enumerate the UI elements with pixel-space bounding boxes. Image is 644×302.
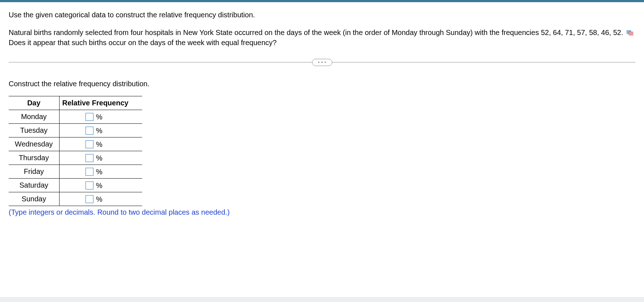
relative-freq-cell: % bbox=[59, 137, 142, 151]
question-content: Use the given categorical data to constr… bbox=[0, 2, 644, 245]
percent-label: % bbox=[96, 181, 102, 189]
answer-input-saturday[interactable] bbox=[86, 181, 93, 189]
percent-label: % bbox=[96, 154, 102, 162]
answer-input-friday[interactable] bbox=[86, 168, 93, 176]
relative-freq-cell: % bbox=[59, 110, 142, 124]
question-body-post: Does it appear that such births occur on… bbox=[9, 39, 277, 47]
section-prompt: Construct the relative frequency distrib… bbox=[9, 80, 635, 88]
day-label: Friday bbox=[9, 165, 59, 179]
answer-input-sunday[interactable] bbox=[86, 195, 93, 203]
table-row: Thursday % bbox=[9, 151, 142, 165]
day-label: Saturday bbox=[9, 179, 59, 192]
frequency-table: Day Relative Frequency Monday % Tuesday … bbox=[9, 96, 142, 206]
percent-label: % bbox=[96, 168, 102, 176]
table-row: Monday % bbox=[9, 110, 142, 124]
question-body: Natural births randomly selected from fo… bbox=[9, 28, 635, 48]
table-row: Saturday % bbox=[9, 179, 142, 192]
day-label: Wednesday bbox=[9, 137, 59, 151]
svg-rect-5 bbox=[629, 32, 633, 35]
section-divider bbox=[9, 62, 635, 62]
question-intro: Use the given categorical data to constr… bbox=[9, 10, 635, 20]
relative-freq-cell: % bbox=[59, 192, 142, 206]
table-row: Friday % bbox=[9, 165, 142, 179]
day-label: Sunday bbox=[9, 192, 59, 206]
header-relative-frequency: Relative Frequency bbox=[59, 96, 142, 110]
answer-input-tuesday[interactable] bbox=[86, 127, 93, 135]
data-table-icon[interactable] bbox=[627, 28, 633, 38]
input-hint: (Type integers or decimals. Round to two… bbox=[9, 208, 635, 216]
day-label: Monday bbox=[9, 110, 59, 124]
relative-freq-cell: % bbox=[59, 151, 142, 165]
table-header-row: Day Relative Frequency bbox=[9, 96, 142, 110]
percent-label: % bbox=[96, 195, 102, 203]
relative-freq-cell: % bbox=[59, 179, 142, 192]
percent-label: % bbox=[96, 140, 102, 148]
header-day: Day bbox=[9, 96, 59, 110]
relative-freq-cell: % bbox=[59, 165, 142, 179]
question-body-pre: Natural births randomly selected from fo… bbox=[9, 29, 623, 36]
day-label: Thursday bbox=[9, 151, 59, 165]
table-row: Wednesday % bbox=[9, 137, 142, 151]
expand-toggle[interactable] bbox=[312, 59, 332, 66]
answer-input-monday[interactable] bbox=[86, 113, 93, 121]
relative-freq-cell: % bbox=[59, 124, 142, 137]
percent-label: % bbox=[96, 127, 102, 135]
table-row: Tuesday % bbox=[9, 124, 142, 137]
answer-input-thursday[interactable] bbox=[86, 154, 93, 162]
table-row: Sunday % bbox=[9, 192, 142, 206]
percent-label: % bbox=[96, 113, 102, 121]
day-label: Tuesday bbox=[9, 124, 59, 137]
answer-input-wednesday[interactable] bbox=[86, 140, 93, 148]
